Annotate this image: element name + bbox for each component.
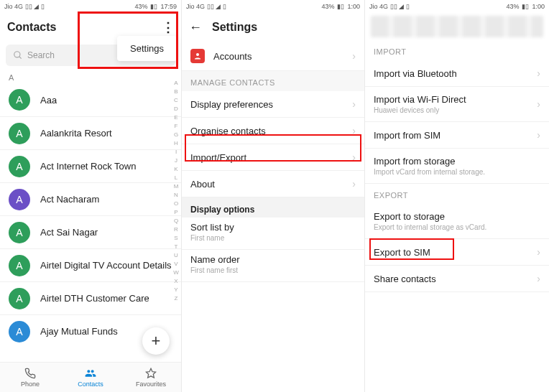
az-letter[interactable]: X xyxy=(172,277,180,286)
contact-row[interactable]: AAaa xyxy=(0,83,181,116)
svg-point-0 xyxy=(14,52,20,57)
row-accounts[interactable]: Accounts › xyxy=(182,42,364,71)
az-letter[interactable]: Y xyxy=(172,286,180,294)
back-icon[interactable]: ← xyxy=(189,20,202,35)
contact-avatar: A xyxy=(9,222,30,243)
az-letter[interactable]: E xyxy=(172,113,180,122)
page-title: Contacts xyxy=(7,21,56,34)
az-letter[interactable]: H xyxy=(172,139,180,148)
nav-favourites[interactable]: Favourites xyxy=(121,363,181,392)
row-organise-contacts[interactable]: Organise contacts › xyxy=(182,118,364,144)
az-letter[interactable]: P xyxy=(172,208,180,217)
more-icon[interactable]: ⋮ xyxy=(162,19,174,35)
row-about[interactable]: About › xyxy=(182,171,364,197)
contact-row[interactable]: AAirtel Digital TV Account Details xyxy=(0,248,181,281)
contact-name: Airtel DTH Customer Care xyxy=(40,293,149,304)
svg-marker-2 xyxy=(146,368,155,378)
import-export-screen: Jio 4G ▯▯ ◢ ▯ 43%▮▯1:00 IMPORT Import vi… xyxy=(365,0,549,392)
az-letter[interactable]: I xyxy=(172,148,180,157)
search-icon xyxy=(13,50,23,60)
phone-icon xyxy=(24,368,36,379)
bottom-nav: Phone Contacts Favourites xyxy=(0,362,181,392)
export-header: EXPORT xyxy=(365,184,549,204)
az-letter[interactable]: T xyxy=(172,243,180,251)
chevron-right-icon: › xyxy=(537,246,540,258)
az-letter[interactable]: B xyxy=(172,88,180,96)
az-letter[interactable]: D xyxy=(172,105,180,113)
contact-avatar: A xyxy=(9,89,30,111)
contact-row[interactable]: AAct Nacharam xyxy=(0,182,181,215)
status-bar: Jio 4G ▯▯ ◢ ▯ 43% ▮▯ 17:59 xyxy=(0,0,181,13)
contact-name: Act Nacharam xyxy=(40,194,99,205)
contacts-icon xyxy=(85,368,96,379)
row-export-storage[interactable]: Export to storage Export to internal sto… xyxy=(365,204,549,239)
chevron-right-icon: › xyxy=(352,98,356,110)
overflow-menu: Settings xyxy=(117,36,177,61)
contact-row[interactable]: AAalankrita Resort xyxy=(0,116,181,149)
chevron-right-icon: › xyxy=(352,151,356,163)
az-letter[interactable]: V xyxy=(172,260,180,269)
az-letter[interactable]: C xyxy=(172,96,180,105)
contact-name: Act Internet Rock Town xyxy=(40,161,136,172)
contact-row[interactable]: AAirtel DTH Customer Care xyxy=(0,281,181,314)
nav-phone[interactable]: Phone xyxy=(0,363,60,392)
contact-name: Airtel Digital TV Account Details xyxy=(40,260,172,271)
row-import-export[interactable]: Import/Export › xyxy=(182,144,364,171)
az-letter[interactable]: R xyxy=(172,225,180,234)
page-title: Settings xyxy=(212,21,257,34)
az-letter[interactable]: G xyxy=(172,131,180,139)
contact-avatar: A xyxy=(9,288,30,309)
az-letter[interactable]: U xyxy=(172,251,180,260)
svg-line-1 xyxy=(19,57,22,59)
az-letter[interactable]: O xyxy=(172,200,180,208)
row-import-sim[interactable]: Import from SIM › xyxy=(365,122,549,149)
row-import-wifi[interactable]: Import via Wi-Fi Direct Huawei devices o… xyxy=(365,87,549,122)
chevron-right-icon: › xyxy=(352,125,356,136)
chevron-right-icon: › xyxy=(537,67,540,79)
contact-row[interactable]: AAct Sai Nagar xyxy=(0,215,181,248)
accounts-icon xyxy=(190,49,205,63)
status-bar: Jio 4G ▯▯ ◢ ▯ 43%▮▯1:00 xyxy=(365,0,549,13)
svg-point-3 xyxy=(196,53,199,56)
status-left: Jio 4G ▯▯ ◢ ▯ xyxy=(4,3,45,10)
az-letter[interactable]: W xyxy=(172,269,180,277)
chevron-right-icon: › xyxy=(537,129,540,141)
row-import-bluetooth[interactable]: Import via Bluetooth › xyxy=(365,60,549,87)
menu-item-settings[interactable]: Settings xyxy=(130,43,164,54)
add-contact-fab[interactable]: + xyxy=(142,327,170,355)
display-options-header: Display options xyxy=(182,197,364,218)
contact-row[interactable]: AAct Internet Rock Town xyxy=(0,149,181,182)
row-share-contacts[interactable]: Share contacts › xyxy=(365,266,549,292)
chevron-right-icon: › xyxy=(537,98,540,110)
az-letter[interactable]: L xyxy=(172,174,180,182)
az-letter[interactable]: J xyxy=(172,157,180,165)
contact-avatar: A xyxy=(9,156,30,177)
az-letter[interactable]: S xyxy=(172,234,180,243)
row-sort-list-by[interactable]: Sort list by First name xyxy=(182,218,364,250)
redacted-title xyxy=(371,16,543,37)
contacts-list[interactable]: AAaaAAalankrita ResortAAct Internet Rock… xyxy=(0,83,181,362)
contact-avatar: A xyxy=(9,255,30,276)
section-header-a: A xyxy=(0,70,181,83)
az-letter[interactable]: A xyxy=(172,79,180,88)
search-placeholder: Search xyxy=(27,50,55,60)
az-letter[interactable]: N xyxy=(172,191,180,200)
row-import-storage[interactable]: Import from storage Import vCard from in… xyxy=(365,149,549,184)
row-name-order[interactable]: Name order First name first xyxy=(182,250,364,282)
row-export-sim[interactable]: Export to SIM › xyxy=(365,239,549,266)
status-bar: Jio 4G ▯▯ ◢ ▯ 43%▮▯1:00 xyxy=(182,0,364,13)
contact-name: Aaa xyxy=(40,95,57,106)
plus-icon: + xyxy=(152,332,161,350)
nav-contacts[interactable]: Contacts xyxy=(60,363,121,392)
alpha-index-rail[interactable]: ABCDEFGHIJKLMNOPQRSTUVWXYZ xyxy=(172,79,180,358)
az-letter[interactable]: K xyxy=(172,165,180,174)
az-letter[interactable]: Z xyxy=(172,294,180,303)
az-letter[interactable]: Q xyxy=(172,217,180,225)
az-letter[interactable]: F xyxy=(172,122,180,131)
contact-name: Aalankrita Resort xyxy=(40,128,112,139)
az-letter[interactable]: M xyxy=(172,182,180,191)
row-display-preferences[interactable]: Display preferences › xyxy=(182,91,364,118)
contact-avatar: A xyxy=(9,189,30,210)
import-header: IMPORT xyxy=(365,40,549,60)
contact-name: Act Sai Nagar xyxy=(40,227,98,238)
